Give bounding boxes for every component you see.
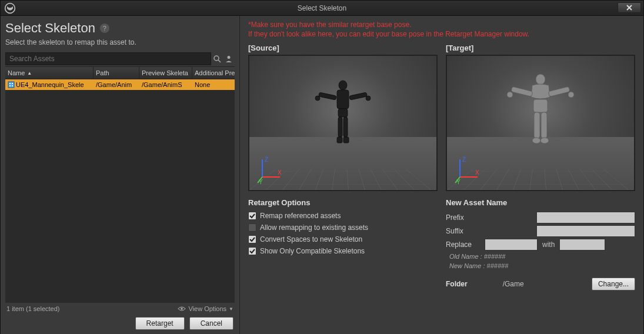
folder-row: Folder /Game Change...: [446, 278, 635, 290]
right-panel: *Make sure you have the similar retarget…: [240, 16, 643, 334]
svg-rect-30: [541, 112, 547, 138]
show-compatible-checkbox[interactable]: Show Only Compatible Skeletons: [248, 247, 438, 255]
content: Select Skeleton ? Select the skeleton to…: [1, 16, 643, 334]
table-body: UE4_Mannequin_Skele /Game/Anim /Game/Ani…: [5, 79, 235, 303]
source-mannequin: [308, 77, 378, 153]
remap-checkbox[interactable]: Remap referenced assets: [248, 212, 438, 220]
svg-rect-11: [337, 90, 349, 109]
target-viewport[interactable]: Z X Y: [446, 55, 635, 191]
preview-row: [Source]: [248, 44, 635, 191]
new-name-label: New Name : ######: [446, 262, 635, 269]
allow-remapping-checkbox[interactable]: Allow remapping to existing assets: [248, 223, 438, 232]
search-icon[interactable]: [211, 53, 223, 65]
row-preview: /Game/AnimS: [139, 81, 192, 88]
svg-point-32: [540, 138, 549, 143]
svg-point-36: [568, 92, 574, 98]
svg-rect-33: [511, 86, 533, 96]
subheading: Select the skeleton to remap this asset …: [5, 38, 235, 46]
svg-rect-15: [337, 137, 342, 143]
button-row: Retarget Cancel: [5, 315, 235, 330]
target-column: [Target]: [446, 44, 635, 191]
col-name[interactable]: Name▲: [5, 67, 94, 79]
retarget-button[interactable]: Retarget: [135, 317, 185, 330]
search-row: [5, 52, 235, 65]
new-asset-col: New Asset Name Prefix Suffix Replace wit…: [446, 198, 635, 290]
old-name-label: Old Name : ######: [446, 253, 635, 260]
row-additional: None: [192, 81, 235, 88]
close-button[interactable]: [618, 2, 641, 13]
svg-rect-14: [343, 117, 348, 137]
view-options[interactable]: View Options ▼: [178, 305, 233, 312]
status-row: 1 item (1 selected) View Options ▼: [5, 303, 235, 315]
source-column: [Source]: [248, 44, 438, 191]
skeleton-asset-icon: [8, 81, 15, 88]
svg-line-2: [218, 60, 221, 62]
svg-rect-17: [319, 92, 337, 100]
svg-rect-5: [9, 83, 11, 84]
svg-point-19: [315, 96, 320, 101]
folder-value: /Game: [503, 280, 592, 288]
eye-icon: [178, 306, 186, 312]
sort-asc-icon: ▲: [27, 71, 32, 76]
checkbox-icon: [248, 235, 256, 243]
search-input[interactable]: [5, 52, 211, 65]
row-path: /Game/Anim: [94, 81, 139, 88]
table-row[interactable]: UE4_Mannequin_Skele /Game/Anim /Game/Ani…: [5, 79, 235, 90]
help-icon[interactable]: ?: [100, 24, 109, 33]
source-label: [Source]: [248, 44, 438, 52]
svg-rect-7: [9, 85, 11, 86]
new-asset-title: New Asset Name: [446, 198, 635, 207]
svg-point-31: [532, 138, 540, 143]
row-name: UE4_Mannequin_Skele: [16, 81, 84, 88]
svg-rect-18: [349, 92, 368, 100]
svg-rect-16: [343, 137, 349, 143]
svg-point-35: [507, 92, 513, 98]
svg-point-3: [228, 56, 231, 59]
col-path[interactable]: Path: [94, 67, 139, 79]
select-skeleton-dialog: Select Skeleton Select Skeleton ? Select…: [0, 0, 644, 334]
checkbox-icon: [248, 212, 256, 220]
replace-from-input[interactable]: [485, 239, 538, 250]
close-icon: [626, 4, 633, 11]
cancel-button[interactable]: Cancel: [189, 317, 233, 330]
checkbox-icon: [248, 223, 256, 232]
convert-spaces-checkbox[interactable]: Convert Spaces to new Skeleton: [248, 235, 438, 243]
svg-rect-34: [548, 86, 570, 96]
suffix-row: Suffix: [446, 225, 635, 237]
prefix-row: Prefix: [446, 212, 635, 223]
warning-text: *Make sure you have the similar retarget…: [248, 21, 635, 39]
titlebar: Select Skeleton: [1, 1, 643, 16]
prefix-input[interactable]: [536, 212, 635, 223]
svg-point-10: [339, 81, 347, 90]
unreal-logo-icon: [4, 2, 16, 14]
heading: Select Skeleton: [5, 21, 95, 36]
source-viewport[interactable]: Z X Y: [248, 55, 438, 191]
checkbox-icon: [248, 247, 256, 255]
col-additional[interactable]: Additional Prev: [192, 67, 235, 79]
left-panel: Select Skeleton ? Select the skeleton to…: [1, 16, 240, 334]
suffix-input[interactable]: [536, 225, 635, 237]
options-row: Retarget Options Remap referenced assets…: [248, 198, 635, 290]
svg-point-20: [366, 96, 371, 101]
svg-rect-28: [533, 99, 548, 112]
table-header: Name▲ Path Preview Skeleta Additional Pr…: [5, 66, 235, 79]
col-preview[interactable]: Preview Skeleta: [139, 67, 192, 79]
window-title: Select Skeleton: [298, 4, 346, 12]
user-filter-icon[interactable]: [223, 53, 235, 65]
change-folder-button[interactable]: Change...: [592, 278, 635, 290]
svg-rect-6: [12, 83, 13, 84]
replace-with-input[interactable]: [559, 239, 605, 250]
svg-point-1: [214, 56, 219, 61]
target-label: [Target]: [446, 44, 635, 52]
target-mannequin: [499, 71, 582, 159]
retarget-options-col: Retarget Options Remap referenced assets…: [248, 198, 438, 290]
svg-rect-12: [338, 109, 348, 117]
chevron-down-icon: ▼: [229, 306, 233, 312]
heading-row: Select Skeleton ?: [5, 21, 235, 36]
svg-point-27: [536, 74, 545, 85]
svg-rect-29: [534, 112, 540, 138]
retarget-options-title: Retarget Options: [248, 198, 438, 207]
replace-row: Replace with: [446, 239, 635, 250]
svg-rect-8: [12, 85, 13, 86]
svg-rect-13: [338, 117, 342, 137]
